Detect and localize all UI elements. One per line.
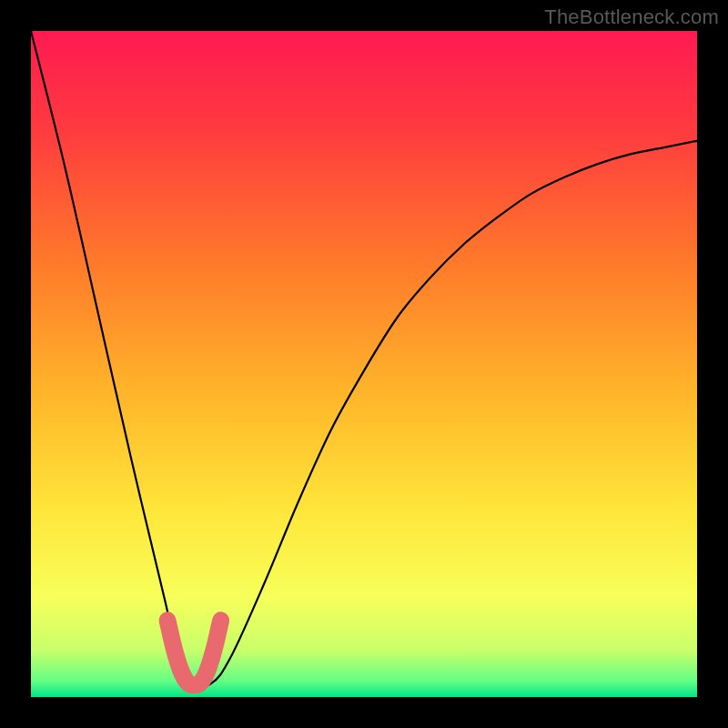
chart-frame: TheBottleneck.com xyxy=(0,0,728,728)
gradient-background xyxy=(31,31,697,697)
chart-svg xyxy=(31,31,697,697)
watermark-text: TheBottleneck.com xyxy=(544,5,719,29)
plot-area xyxy=(31,31,697,697)
